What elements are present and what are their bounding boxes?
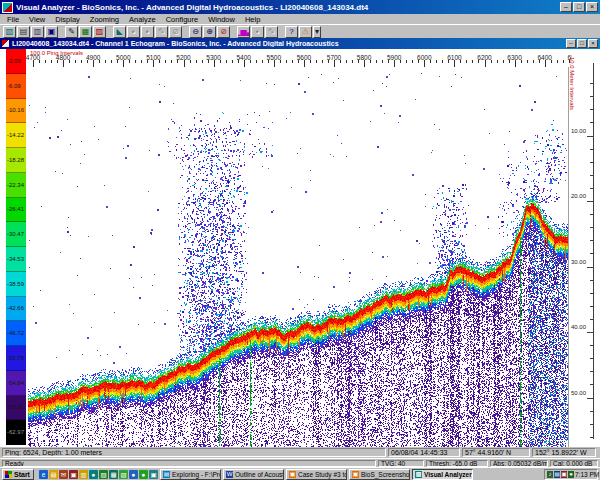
task-outline-of-acoustic-icon: W <box>226 471 233 478</box>
depth-axis-label: 40.00 <box>569 324 586 330</box>
alarm-dropdown-button[interactable]: ▾ <box>313 26 321 38</box>
depth-axis-minor-tick <box>590 424 593 425</box>
media-icon[interactable]: ▣ <box>69 470 78 479</box>
new-echogram-button[interactable]: ▧ <box>3 26 16 38</box>
color-scale-label: -34.53 <box>6 256 24 262</box>
task-exploring[interactable]: ▤Exploring - F:\Proj... <box>160 469 221 480</box>
depth-axis-minor-tick <box>590 214 593 215</box>
export-button[interactable]: ▥ <box>31 26 44 38</box>
top-axis-tick <box>292 60 293 63</box>
zoom-out-button[interactable]: ⊖ <box>189 26 202 38</box>
color-scale-label: -38.59 <box>6 281 24 287</box>
volume-icon[interactable]: ♪ <box>547 471 553 478</box>
child-minimize-button[interactable]: – <box>566 39 576 48</box>
menu-item-analyze[interactable]: Analyze <box>124 15 161 24</box>
top-axis-tick <box>460 60 461 63</box>
depth-axis-minor-tick <box>590 411 593 412</box>
histogram-icon: ▁▅▃ <box>237 27 250 37</box>
photo-icon[interactable]: ▨ <box>99 470 108 479</box>
folder-icon[interactable]: ▤ <box>49 470 58 479</box>
delete-button[interactable]: ▨ <box>93 26 106 38</box>
menu-item-help[interactable]: Help <box>240 15 265 24</box>
clock-app-icon[interactable]: ▣ <box>561 471 567 478</box>
top-axis-tick <box>51 60 52 63</box>
color-scale-block: -62.97 <box>6 420 26 445</box>
menu-item-configure[interactable]: Configure <box>161 15 204 24</box>
print-button[interactable]: ▤ <box>17 26 30 38</box>
depth-axis-major-tick <box>587 136 593 137</box>
depth-axis-minor-tick <box>590 83 593 84</box>
top-axis-tick <box>430 60 431 63</box>
help-button[interactable]: ? <box>285 26 298 38</box>
menu-item-view[interactable]: View <box>24 15 50 24</box>
top-axis-tick <box>153 60 154 67</box>
menu-item-window[interactable]: Window <box>203 15 240 24</box>
world-icon[interactable]: ● <box>129 470 138 479</box>
scheduler-icon[interactable]: ● <box>568 471 574 478</box>
depth-axis-major-tick <box>587 201 593 202</box>
depth-axis-label: 50.00 <box>569 390 586 396</box>
top-axis-tick <box>370 60 371 63</box>
child-window-icon <box>2 40 9 47</box>
color-scale-label: -10.16 <box>6 107 24 113</box>
top-axis-tick <box>111 60 112 63</box>
depth-axis-minor-tick <box>590 358 593 359</box>
task-outline-of-acoustic[interactable]: WOutline of Acoustic... <box>223 469 284 480</box>
menu-item-zooming[interactable]: Zooming <box>85 15 124 24</box>
child-window-title: LI20040608_143034.dt4 - Channel 1 Echogr… <box>12 40 566 47</box>
histogram-button[interactable]: ▁▅▃ <box>237 26 250 38</box>
grid-button[interactable]: ▦ <box>79 26 92 38</box>
ie-icon[interactable]: e <box>39 470 48 479</box>
close-button[interactable]: × <box>586 2 598 12</box>
quick-launch: e▤✉▣▥●▨▦▧●●▣ <box>39 470 158 479</box>
edit-icon: ✎ <box>68 27 75 37</box>
color-scale-label: -62.97 <box>6 429 24 435</box>
box-icon[interactable]: ▣ <box>149 470 158 479</box>
zoom-cancel-button[interactable]: ⊘ <box>217 26 230 38</box>
color-scale-label: -42.66 <box>6 305 24 311</box>
child-restore-button[interactable]: □ <box>577 39 587 48</box>
zoom-in-button[interactable]: ⊕ <box>203 26 216 38</box>
task-case-study[interactable]: ▣Case Study #3 to ... <box>286 469 347 480</box>
menu-item-file[interactable]: File <box>2 15 24 24</box>
task-exploring-label: Exploring - F:\Proj... <box>172 471 221 478</box>
system-tray: ♪▤▣●7:13 PM <box>544 469 598 480</box>
export-icon: ▥ <box>34 27 42 37</box>
child-status-bar: Ping: 6524, Depth: 1.00 meters06/08/04 1… <box>0 447 600 458</box>
task-visual-analyzer[interactable]: ▧Visual Analyzer ... <box>412 469 473 480</box>
start-button[interactable]: Start <box>2 469 34 480</box>
sheet-icon[interactable]: ▦ <box>109 470 118 479</box>
depth-axis-major-tick <box>587 398 593 399</box>
edit-button[interactable]: ✎ <box>65 26 78 38</box>
child-title-bar: LI20040608_143034.dt4 - Channel 1 Echogr… <box>0 38 600 49</box>
mail-icon[interactable]: ✉ <box>59 470 68 479</box>
echogram-canvas[interactable] <box>28 67 568 447</box>
app-icon[interactable]: ▧ <box>119 470 128 479</box>
tool-1-button: ▪ <box>127 26 140 38</box>
depth-axis-minor-tick <box>590 293 593 294</box>
menu-bar: FileViewDisplayZoomingAnalyzeConfigureWi… <box>0 14 600 24</box>
menu-item-display[interactable]: Display <box>50 15 85 24</box>
maximize-button[interactable]: □ <box>573 2 585 12</box>
task-case-study-icon: ▣ <box>289 471 296 478</box>
top-axis-tick <box>497 60 498 63</box>
minimize-button[interactable]: – <box>560 2 572 12</box>
depth-axis-minor-tick <box>590 162 593 163</box>
save-icon: ▣ <box>48 27 56 37</box>
child-close-button[interactable]: × <box>588 39 598 48</box>
display-icon[interactable]: ▤ <box>554 471 560 478</box>
tool-2-button: ▪ <box>141 26 154 38</box>
leaf-icon[interactable]: ● <box>139 470 148 479</box>
save-button[interactable]: ▣ <box>45 26 58 38</box>
task-bios-screenshots[interactable]: ▣BioS_Screenshots... <box>349 469 410 480</box>
toolbar-group-5: ▁▅▃▪✎ <box>237 26 278 38</box>
top-axis-tick <box>364 60 365 67</box>
globe-icon[interactable]: ● <box>89 470 98 479</box>
top-axis-tick <box>250 60 251 63</box>
tool-2-icon: ▪ <box>146 27 149 37</box>
color-scale-label: -30.47 <box>6 231 24 237</box>
package-icon[interactable]: ▥ <box>79 470 88 479</box>
chart-button[interactable]: ◣ <box>113 26 126 38</box>
color-scale-block: -14.22 <box>6 123 26 148</box>
alarm-button[interactable]: ⚠ <box>299 26 312 38</box>
